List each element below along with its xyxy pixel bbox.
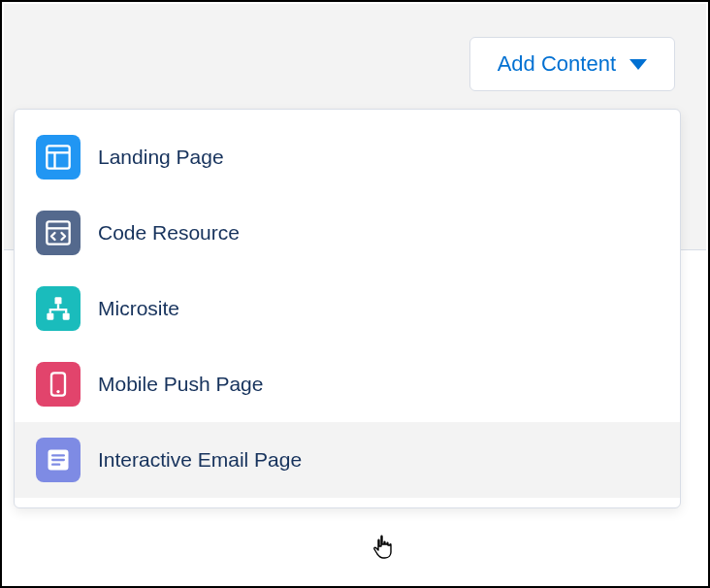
menu-item-microsite[interactable]: Microsite — [15, 271, 680, 346]
menu-item-interactive-email[interactable]: Interactive Email Page — [15, 422, 680, 498]
menu-item-code-resource[interactable]: Code Resource — [15, 195, 680, 271]
svg-point-9 — [56, 390, 59, 393]
menu-item-label: Code Resource — [98, 221, 240, 245]
svg-rect-6 — [47, 313, 53, 320]
landing-page-icon — [36, 135, 81, 180]
svg-rect-7 — [63, 313, 70, 320]
code-resource-icon — [36, 211, 81, 255]
interactive-email-icon — [36, 438, 81, 482]
menu-item-label: Microsite — [98, 297, 179, 320]
menu-item-label: Mobile Push Page — [98, 373, 263, 396]
chevron-down-icon — [629, 59, 647, 70]
cursor-pointer-icon — [372, 535, 396, 562]
mobile-push-icon — [36, 362, 81, 407]
menu-item-mobile-push[interactable]: Mobile Push Page — [15, 346, 680, 422]
add-content-dropdown: Landing Page Code Resource Microsite Mob… — [14, 109, 681, 508]
menu-item-label: Interactive Email Page — [98, 448, 302, 472]
menu-item-label: Landing Page — [98, 146, 224, 169]
svg-rect-0 — [47, 146, 69, 168]
add-content-label: Add Content — [498, 51, 616, 77]
microsite-icon — [36, 286, 81, 331]
add-content-button[interactable]: Add Content — [469, 37, 675, 91]
window-frame: Add Content Landing Page Code Resource M… — [0, 0, 710, 588]
svg-rect-5 — [55, 297, 62, 304]
menu-item-landing-page[interactable]: Landing Page — [15, 119, 680, 195]
svg-rect-3 — [47, 221, 69, 244]
